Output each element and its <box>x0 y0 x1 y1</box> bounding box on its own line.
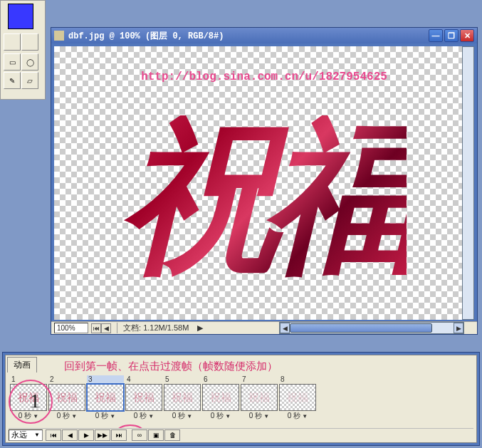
swatch-mini-1[interactable] <box>4 33 21 51</box>
maximize-button[interactable]: ❐ <box>444 29 459 42</box>
frame-delay[interactable]: 0 秒▼ <box>202 411 239 421</box>
zoom-input[interactable]: 100% <box>54 323 88 333</box>
document-titlebar[interactable]: dbf.jpg @ 100% (图层 0, RGB/8#) — ❐ ✕ <box>51 28 477 43</box>
frame-thumbnail[interactable]: 祝福 <box>241 384 278 411</box>
animation-frame[interactable]: 1祝福0 秒▼ <box>10 375 47 421</box>
frame-delay[interactable]: 0 秒▼ <box>87 411 124 421</box>
frame-thumbnail[interactable]: 祝福 <box>48 384 85 411</box>
chevron-down-icon: ▼ <box>33 413 38 420</box>
frame-delay[interactable]: 0 秒▼ <box>10 411 47 421</box>
animation-controls: 永远 ▼ ⏮ ◀ ▶ ▶▶ ⏭ ∞ ▣ 🗑 <box>9 428 473 441</box>
doc-info-label: 文档: 1.12M/1.58M <box>117 323 194 333</box>
frame-thumb-text: 祝福 <box>210 391 231 405</box>
animation-tab[interactable]: 动画 <box>7 357 37 373</box>
prev-frame-button[interactable]: ◀ <box>62 429 78 441</box>
frame-thumb-text: 祝福 <box>133 391 154 405</box>
last-frame-button[interactable]: ⏭ <box>111 429 127 441</box>
first-frame-button[interactable]: ⏮ <box>46 429 61 441</box>
new-frame-button[interactable]: ▣ <box>148 429 164 441</box>
doc-nav-arrows: ⏮ ◀ <box>91 323 111 333</box>
chevron-down-icon: ▼ <box>263 413 269 420</box>
animation-frame[interactable]: 6祝福0 秒▼ <box>202 375 239 421</box>
frame-thumbnail[interactable]: 祝福 <box>125 384 162 411</box>
marquee-rect-tool[interactable]: ▭ <box>4 53 21 71</box>
frame-number: 6 <box>202 375 239 384</box>
document-title: dbf.jpg @ 100% (图层 0, RGB/8#) <box>68 30 429 42</box>
document-statusbar: 100% ⏮ ◀ 文档: 1.12M/1.58M ▶ ◀ ▶ <box>51 321 477 334</box>
close-button[interactable]: ✕ <box>460 29 474 42</box>
frame-delay[interactable]: 0 秒▼ <box>241 411 278 421</box>
chevron-down-icon: ▼ <box>110 413 115 420</box>
animation-frame[interactable]: 3祝福0 秒▼ <box>87 375 124 421</box>
frame-thumb-text: 祝福 <box>95 391 116 405</box>
frame-delay[interactable]: 0 秒▼ <box>125 411 162 421</box>
frame-thumb-text: 祝福 <box>56 391 78 405</box>
calligraphy-artwork: 祝福 <box>54 82 474 313</box>
frame-number: 7 <box>241 375 278 384</box>
nav-prev-icon[interactable]: ◀ <box>101 323 111 333</box>
pen-tool[interactable]: ✎ <box>4 72 21 89</box>
chevron-down-icon: ▼ <box>302 413 308 420</box>
annotation-text: 回到第一帧、在点击过渡帧（帧数随便添加） <box>64 360 278 373</box>
animation-frame[interactable]: 7祝福0 秒▼ <box>241 375 278 421</box>
animation-frame[interactable]: 4祝福0 秒▼ <box>125 375 162 421</box>
frame-thumbnail[interactable]: 祝福 <box>279 384 316 411</box>
animation-panel: 动画 回到第一帧、在点击过渡帧（帧数随便添加） 1祝福0 秒▼2祝福0 秒▼3祝… <box>2 352 480 446</box>
frame-number: 4 <box>125 375 162 384</box>
frame-thumbnail[interactable]: 祝福 <box>87 384 124 411</box>
hscroll-right-icon[interactable]: ▶ <box>454 323 463 333</box>
frame-number: 1 <box>10 375 47 384</box>
hscroll-left-icon[interactable]: ◀ <box>280 323 290 333</box>
nav-first-icon[interactable]: ⏮ <box>91 323 101 333</box>
delete-frame-button[interactable]: 🗑 <box>164 429 180 441</box>
animation-frame[interactable]: 2祝福0 秒▼ <box>48 375 85 421</box>
frame-thumbnail[interactable]: 祝福 <box>164 384 201 411</box>
horizontal-scrollbar[interactable]: ◀ ▶ <box>279 322 464 334</box>
document-icon <box>54 31 64 41</box>
chevron-down-icon: ▼ <box>71 413 77 420</box>
shape-tool[interactable]: ▱ <box>21 72 38 89</box>
canvas-area[interactable]: http://blog.sina.com.cn/u/1827954625 祝福 <box>54 46 474 320</box>
chevron-down-icon: ▼ <box>34 432 40 438</box>
animation-frame[interactable]: 5祝福0 秒▼ <box>164 375 201 421</box>
vertical-scrollbar[interactable] <box>462 46 474 320</box>
frame-number: 5 <box>164 375 201 384</box>
frame-number: 2 <box>48 375 85 384</box>
frame-delay[interactable]: 0 秒▼ <box>164 411 201 421</box>
foreground-color-swatch[interactable] <box>8 4 33 29</box>
chevron-down-icon: ▼ <box>187 413 192 420</box>
frame-thumbnail[interactable]: 祝福 <box>202 384 239 411</box>
frame-number: 3 <box>87 375 124 384</box>
doc-info-chevron-icon[interactable]: ▶ <box>197 323 203 333</box>
frames-strip: 1祝福0 秒▼2祝福0 秒▼3祝福0 秒▼4祝福0 秒▼5祝福0 秒▼6祝福0 … <box>10 375 472 422</box>
frame-thumb-text: 祝福 <box>287 391 308 405</box>
minimize-button[interactable]: — <box>429 29 443 42</box>
calligraphy-text: 祝福 <box>122 115 407 280</box>
frame-delay[interactable]: 0 秒▼ <box>48 411 85 421</box>
frame-thumb-text: 祝福 <box>248 391 270 405</box>
chevron-down-icon: ▼ <box>225 413 231 420</box>
play-button[interactable]: ▶ <box>78 429 94 441</box>
document-window: dbf.jpg @ 100% (图层 0, RGB/8#) — ❐ ✕ http… <box>51 27 478 335</box>
hscroll-thumb[interactable] <box>290 323 432 333</box>
marquee-ellipse-tool[interactable]: ◯ <box>21 53 38 71</box>
frame-number: 8 <box>279 375 316 384</box>
tool-options-palette: ▭ ◯ ✎ ▱ <box>0 0 46 100</box>
swatch-mini-2[interactable] <box>21 33 38 51</box>
tween-button[interactable]: ∞ <box>132 429 147 441</box>
chevron-down-icon: ▼ <box>148 413 154 420</box>
animation-frame[interactable]: 8祝福0 秒▼ <box>279 375 316 421</box>
loop-mode-select[interactable]: 永远 ▼ <box>9 429 43 441</box>
frame-thumbnail[interactable]: 祝福 <box>10 384 47 411</box>
next-frame-button[interactable]: ▶▶ <box>95 429 110 441</box>
frame-delay[interactable]: 0 秒▼ <box>279 411 316 421</box>
frame-thumb-text: 祝福 <box>172 391 193 405</box>
frame-thumb-text: 祝福 <box>18 391 39 405</box>
